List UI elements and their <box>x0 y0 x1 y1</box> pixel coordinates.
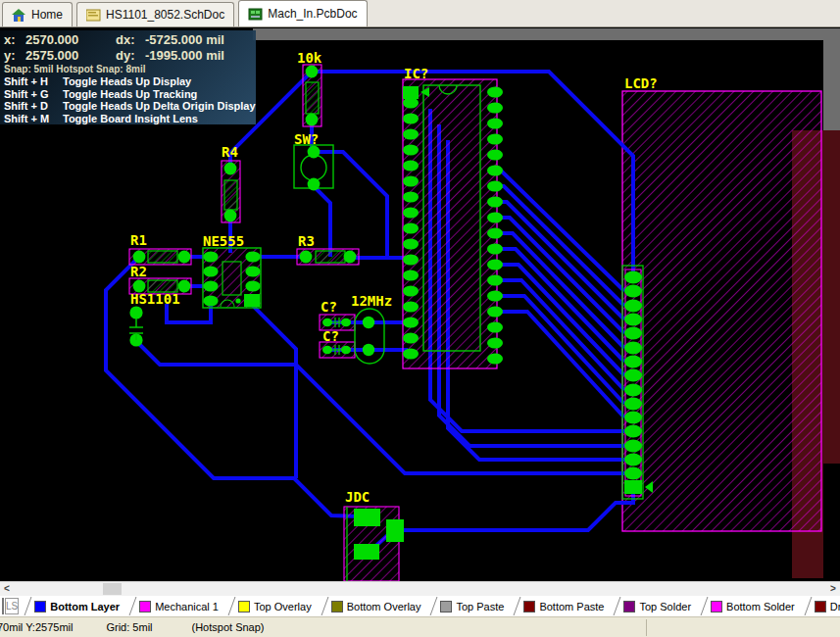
tab-pcbdoc-label: Mach_In.PcbDoc <box>268 7 357 21</box>
component-ic[interactable] <box>403 79 503 368</box>
layer-tab-top-solder[interactable]: Top Solder <box>619 597 695 615</box>
scroll-thumb[interactable] <box>103 583 122 595</box>
layer-tab-label: Mechanical 1 <box>155 601 219 612</box>
component-jdc[interactable] <box>344 507 404 581</box>
label-12mhz: 12MHz <box>351 293 392 309</box>
layer-color-swatch <box>34 601 46 612</box>
document-tabbar: Home HS1101_8052.SchDoc Mach_In.PcbDoc <box>0 0 840 27</box>
status-separator <box>646 619 647 636</box>
status-bar: 70mil Y:2575mil Grid: 5mil (Hotspot Snap… <box>0 616 840 637</box>
layer-color-swatch <box>331 601 343 612</box>
hud-x-row: x:2570.000 dx:-5725.000 mil <box>4 32 256 48</box>
label-c2: C? <box>322 328 339 344</box>
layer-color-swatch <box>139 601 151 612</box>
label-c1: C? <box>321 299 337 315</box>
layer-tab-top-paste[interactable]: Top Paste <box>436 597 508 615</box>
cursor-position: 70mil Y:2575mil <box>0 621 73 633</box>
pcb-canvas-area: 10k SW? R4 IC? LCD? R1 R2 HS1101 NE555 R… <box>0 27 840 581</box>
current-layer-swatch[interactable] <box>2 598 4 614</box>
hud-shortcut-row: Shift + MToggle Board Insight Lens <box>4 113 256 125</box>
layer-color-swatch <box>440 601 452 612</box>
label-r3: R3 <box>298 233 315 249</box>
layer-sets-button[interactable]: LS <box>5 598 19 614</box>
layer-tab-drill-guide[interactable]: Drill Guide <box>811 597 840 615</box>
layer-tab-bottom-layer[interactable]: Bottom Layer <box>30 597 124 615</box>
layer-tab-label: Drill Guide <box>830 601 840 612</box>
hud-y-row: y:2575.000 dy:-1995.000 mil <box>4 48 256 64</box>
hud-shortcut-row: Shift + GToggle Heads Up Tracking <box>4 88 256 101</box>
heads-up-display: x:2570.000 dx:-5725.000 mil y:2575.000 d… <box>0 30 256 124</box>
component-c2[interactable] <box>320 342 355 358</box>
label-ne555: NE555 <box>203 233 244 249</box>
layer-tab-label: Bottom Paste <box>539 601 604 612</box>
tab-home-label: Home <box>31 8 63 22</box>
label-10k: 10k <box>297 50 322 66</box>
layer-color-swatch <box>815 601 826 612</box>
layer-tab-label: Top Solder <box>639 601 691 612</box>
component-10k-resistor[interactable] <box>303 65 321 126</box>
component-r4[interactable] <box>222 161 240 222</box>
layer-color-swatch <box>238 601 250 612</box>
component-r3[interactable] <box>297 249 359 265</box>
layer-tab-label: Top Overlay <box>254 601 312 612</box>
hud-shortcut-row: Shift + DToggle Heads Up Delta Origin Di… <box>4 100 256 113</box>
layer-tabbar: LS Bottom LayerMechanical 1Top OverlayBo… <box>0 596 840 616</box>
layer-tab-label: Bottom Overlay <box>347 601 421 612</box>
scroll-right-arrow[interactable]: > <box>826 582 840 596</box>
component-ne555[interactable] <box>203 248 261 308</box>
label-r2: R2 <box>130 264 147 279</box>
layer-color-swatch <box>711 601 722 612</box>
layer-tab-top-overlay[interactable]: Top Overlay <box>234 597 316 615</box>
tab-schdoc[interactable]: HS1101_8052.SchDoc <box>76 2 234 26</box>
label-lcd: LCD? <box>624 75 658 91</box>
layer-color-swatch <box>523 601 535 612</box>
altium-window: Home HS1101_8052.SchDoc Mach_In.PcbDoc <box>0 0 840 637</box>
layer-tab-mechanical-1[interactable]: Mechanical 1 <box>135 597 222 615</box>
snap-mode: (Hotspot Snap) <box>192 621 265 633</box>
layer-tab-bottom-overlay[interactable]: Bottom Overlay <box>327 597 425 615</box>
schematic-doc-icon <box>86 9 101 22</box>
layer-tab-label: Top Paste <box>456 601 504 612</box>
hud-snap-row: Snap: 5mil Hotspot Snap: 8mil <box>4 64 256 75</box>
hud-shortcut-list: Shift + HToggle Heads Up DisplayShift + … <box>4 75 256 124</box>
horizontal-scrollbar[interactable]: < > <box>0 581 840 596</box>
hud-shortcut-row: Shift + HToggle Heads Up Display <box>4 75 256 88</box>
tab-schdoc-label: HS1101_8052.SchDoc <box>106 8 224 22</box>
tab-pcbdoc[interactable]: Mach_In.PcbDoc <box>238 0 367 26</box>
component-lcd[interactable] <box>622 91 821 531</box>
label-sw: SW? <box>294 131 319 147</box>
label-ic: IC? <box>404 66 428 81</box>
label-jdc: JDC <box>345 489 370 505</box>
layer-tab-label: Bottom Layer <box>50 601 120 612</box>
label-r1: R1 <box>130 232 147 248</box>
layer-color-swatch <box>623 601 635 612</box>
layer-tab-label: Bottom Solder <box>726 601 795 612</box>
label-r4: R4 <box>222 144 238 160</box>
tab-home[interactable]: Home <box>2 2 73 26</box>
scroll-left-arrow[interactable]: < <box>0 582 14 596</box>
layer-tabs: Bottom LayerMechanical 1Top OverlayBotto… <box>19 597 840 615</box>
pcb-doc-icon <box>248 8 263 21</box>
home-icon <box>12 9 26 22</box>
label-hs1101: HS1101 <box>130 291 180 307</box>
layer-tab-bottom-solder[interactable]: Bottom Solder <box>707 597 799 615</box>
component-r1[interactable] <box>129 249 191 265</box>
layer-tab-bottom-paste[interactable]: Bottom Paste <box>519 597 608 615</box>
grid-setting: Grid: 5mil <box>106 621 152 633</box>
